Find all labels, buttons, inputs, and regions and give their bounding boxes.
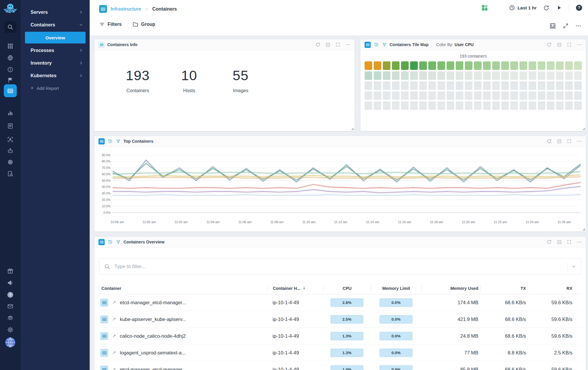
resize-handle[interactable] [582,127,585,130]
container-tile[interactable] [447,91,454,100]
gear-icon[interactable] [7,327,14,333]
container-tile[interactable] [465,71,472,80]
open-link-icon[interactable]: ↗ [112,367,116,370]
robot-icon[interactable] [7,148,14,154]
container-tile[interactable] [383,81,390,90]
more-options-icon[interactable] [575,23,582,29]
table-row[interactable]: ↗logagent_usprod-sematext-a...ip-10-1-4-… [99,344,581,361]
container-tile[interactable] [501,71,509,80]
collapse-panel-icon[interactable] [557,139,562,144]
container-tile[interactable] [574,101,582,110]
container-tile[interactable] [410,101,418,110]
history-icon[interactable] [108,239,113,245]
column-header-rx[interactable]: RX [528,286,574,291]
container-tile[interactable] [492,101,500,110]
containers-icon[interactable] [4,84,17,97]
container-tile[interactable] [510,91,518,100]
help-icon[interactable]: ? [7,291,14,298]
container-tile[interactable] [565,71,573,80]
container-tile[interactable] [547,81,554,90]
container-tile[interactable] [519,61,527,70]
resize-handle[interactable] [351,127,354,130]
container-tile[interactable] [529,101,536,110]
container-tile[interactable] [456,81,463,90]
container-tile[interactable] [510,61,518,70]
column-header-container[interactable]: Container [99,286,267,291]
table-row[interactable]: ↗calico-node_calico-node-4dhj2ip-10-1-4-… [99,328,581,344]
group-button[interactable]: Group [132,21,155,27]
funnel-filter-icon[interactable] [116,240,121,245]
container-tile[interactable] [410,61,418,70]
history-icon[interactable] [374,42,379,47]
sidebar-item-kubernetes[interactable]: Kubernetes [21,69,90,82]
history-icon[interactable] [108,139,113,144]
container-tile[interactable] [565,81,573,90]
container-tile[interactable] [492,61,500,70]
container-tile[interactable] [538,91,545,100]
container-tile[interactable] [365,81,372,90]
container-tile[interactable] [474,81,482,90]
column-header-container-h-[interactable]: Container H... [268,286,323,291]
table-row[interactable]: ↗etcd-manager_etcd-manager...ip-10-1-4-4… [99,361,581,370]
ellipsis-panel-icon[interactable] [577,139,582,144]
ellipsis-panel-icon[interactable] [577,239,582,245]
megaphone-icon[interactable] [7,280,14,286]
container-tile[interactable] [456,91,463,100]
envelope-icon[interactable] [7,303,14,310]
resize-handle[interactable] [582,228,585,231]
container-tile[interactable] [510,71,518,80]
container-tile[interactable] [447,71,454,80]
refresh-panel-icon[interactable] [547,239,552,245]
container-tile[interactable] [483,71,491,80]
filter-input[interactable] [114,264,567,270]
chevron-down-icon[interactable] [571,264,576,269]
container-tile[interactable] [565,101,573,110]
helm-icon[interactable] [7,159,14,165]
container-tile[interactable] [519,101,527,110]
container-tile[interactable] [492,91,500,100]
container-name[interactable]: etcd-manager_etcd-manager... [120,367,186,370]
container-tile[interactable] [365,101,372,110]
breadcrumb-section-link[interactable]: Infrastructure [111,6,141,12]
container-tile[interactable] [410,81,418,90]
container-tile[interactable] [465,81,472,90]
fullscreen-icon[interactable] [563,23,569,29]
container-tile[interactable] [483,91,491,100]
container-name[interactable]: calico-node_calico-node-4dhj2 [120,333,186,339]
refresh-icon[interactable] [543,5,549,11]
container-tile[interactable] [365,61,372,70]
open-link-icon[interactable]: ↗ [112,317,116,322]
container-tile[interactable] [547,101,554,110]
doc-search-icon[interactable] [7,171,14,177]
bar-chart-icon[interactable] [7,110,14,116]
container-tile[interactable] [474,91,482,100]
container-tile[interactable] [483,101,491,110]
container-tile[interactable] [501,91,509,100]
open-link-icon[interactable]: ↗ [112,300,116,305]
laptop-icon[interactable] [549,22,556,29]
profile-globe-icon[interactable] [5,337,16,348]
container-tile[interactable] [383,101,390,110]
color-by[interactable]: Color By:User CPU [436,42,474,47]
container-tile[interactable] [529,61,536,70]
collapse-panel-icon[interactable] [325,42,330,47]
container-tile[interactable] [547,71,554,80]
container-tile[interactable] [556,81,564,90]
container-tile[interactable] [401,71,409,80]
container-name[interactable]: etcd-manager_etcd-manager... [120,300,186,305]
container-tile[interactable] [419,61,427,70]
container-tile[interactable] [447,101,454,110]
container-tile[interactable] [519,81,527,90]
container-tile[interactable] [519,71,527,80]
scan-user-icon[interactable] [7,136,14,143]
container-tile[interactable] [474,101,482,110]
container-tile[interactable] [510,101,518,110]
container-tile[interactable] [547,61,554,70]
container-tile[interactable] [538,61,545,70]
container-tile[interactable] [447,61,454,70]
sidebar-item-inventory[interactable]: Inventory [21,57,90,69]
sidebar-item-processes[interactable]: Processes [21,44,90,57]
container-tile[interactable] [383,61,390,70]
container-tile[interactable] [437,61,445,70]
container-tile[interactable] [374,101,381,110]
